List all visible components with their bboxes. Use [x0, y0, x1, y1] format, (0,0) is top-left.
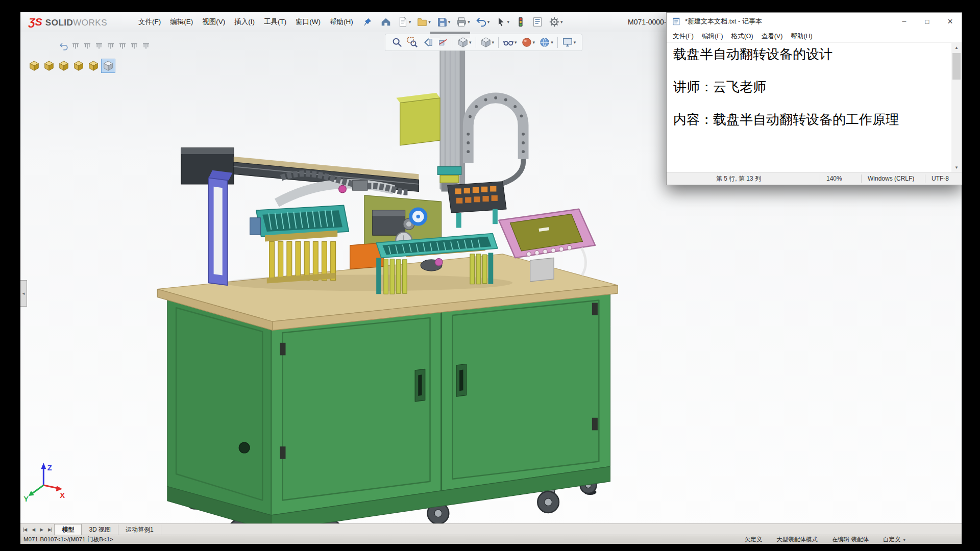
cursor-position: 第 5 行, 第 13 列	[667, 174, 820, 183]
scrollbar-thumb[interactable]	[952, 53, 961, 80]
status-customize[interactable]: 自定义▾	[883, 536, 905, 543]
triad-y-label: Y	[23, 495, 29, 503]
brand-solid: SOLID	[45, 18, 73, 28]
first-tab-button[interactable]: |◀	[20, 527, 29, 532]
rotate-component-icon[interactable]	[141, 42, 151, 51]
breadcrumb-cube-1-icon[interactable]	[28, 59, 41, 72]
notepad-menu-format[interactable]: 格式(O)	[727, 32, 757, 41]
view-orientation-icon[interactable]: ▾	[455, 37, 474, 48]
move-component-icon[interactable]	[130, 42, 139, 51]
display-style-icon[interactable]: ▾	[478, 37, 497, 48]
status-bar: M071-B0107<1>/(M071-门板B<1> 欠定义 大型装配体模式 在…	[20, 535, 962, 544]
selection-breadcrumbs	[28, 59, 115, 72]
tab-motion-study[interactable]: 运动算例1	[118, 524, 161, 535]
menu-view[interactable]: 视图(V)	[198, 12, 230, 32]
zoom-level: 140%	[820, 174, 861, 183]
brand-works: WORKS	[73, 18, 107, 28]
hide-show-items-icon[interactable]: ▾	[501, 37, 519, 48]
design-report-button[interactable]	[531, 15, 544, 29]
notepad-menu-view[interactable]: 查看(V)	[757, 32, 787, 41]
document-title: M071-0000-1	[628, 12, 670, 32]
close-button[interactable]: ×	[939, 13, 962, 30]
breadcrumb-cube-3-icon[interactable]	[57, 59, 70, 72]
apply-scene-icon[interactable]: ▾	[537, 37, 555, 48]
menu-insert[interactable]: 插入(I)	[230, 12, 259, 32]
notepad-line-4	[673, 95, 948, 111]
pin-menu-icon[interactable]	[363, 17, 372, 27]
zoom-to-area-icon[interactable]	[405, 37, 420, 48]
document-tabbar: |◀ ◀ ▶ ▶| 模型 3D 视图 运动算例1	[20, 523, 962, 535]
ds-logo-icon: ƷS	[29, 16, 42, 28]
notepad-line-1: 载盘半自动翻转设备的设计	[673, 46, 948, 62]
scroll-up-icon[interactable]: ▲	[951, 43, 962, 52]
notepad-title: *新建文本文档.txt - 记事本	[685, 17, 762, 26]
notepad-menu-help[interactable]: 帮助(H)	[787, 32, 816, 41]
tab-3d-views[interactable]: 3D 视图	[82, 524, 118, 535]
mate-icon[interactable]	[106, 42, 115, 51]
next-tab-button[interactable]: ▶	[37, 527, 45, 532]
save-button[interactable]: ▾	[435, 15, 452, 29]
menu-tools[interactable]: 工具(T)	[259, 12, 291, 32]
zoom-to-fit-icon[interactable]	[389, 37, 405, 48]
solidworks-logo: ƷS SOLIDWORKS	[29, 16, 134, 28]
undo-button[interactable]: ▾	[475, 15, 491, 29]
cable-hole	[239, 442, 250, 453]
new-document-button[interactable]: ▾	[396, 15, 412, 29]
notepad-menubar: 文件(F) 编辑(E) 格式(O) 查看(V) 帮助(H)	[667, 30, 962, 43]
section-view-icon[interactable]	[435, 37, 451, 48]
edit-appearance-icon[interactable]: ▾	[519, 37, 537, 48]
undo-tool-icon[interactable]	[59, 42, 68, 51]
breadcrumb-cube-4-icon[interactable]	[72, 59, 85, 72]
feature-tree-collapse-tab[interactable]: ◂	[20, 280, 27, 307]
breadcrumb-cube-6-icon[interactable]	[102, 59, 115, 72]
notepad-menu-edit[interactable]: 编辑(E)	[698, 32, 727, 41]
minimize-button[interactable]: ─	[893, 13, 916, 30]
triad-x-label: X	[60, 491, 65, 499]
print-button[interactable]: ▾	[455, 15, 471, 29]
line-ending: Windows (CRLF)	[861, 174, 925, 183]
notepad-menu-file[interactable]: 文件(F)	[669, 32, 698, 41]
view-settings-icon[interactable]: ▾	[560, 37, 578, 48]
cabinet-side-panel	[167, 298, 271, 515]
motor-box	[400, 98, 440, 145]
last-tab-button[interactable]: ▶|	[45, 527, 54, 532]
menu-file[interactable]: 文件(F)	[134, 12, 165, 32]
smart-dimension-icon[interactable]	[83, 42, 92, 51]
menu-help[interactable]: 帮助(H)	[325, 12, 358, 32]
right-door[interactable]	[453, 300, 599, 479]
heads-up-view-toolbar: ▾ ▾ ▾ ▾ ▾ ▾	[385, 34, 582, 51]
notepad-titlebar[interactable]: *新建文本文档.txt - 记事本 ─ □ ×	[667, 13, 962, 30]
insert-component-icon[interactable]	[118, 42, 127, 51]
home-button[interactable]	[379, 15, 393, 29]
status-editing-assembly: 在编辑 装配体	[832, 536, 869, 543]
maximize-button[interactable]: □	[916, 13, 939, 30]
cabinet	[167, 291, 610, 523]
triad-z-label: Z	[47, 464, 52, 472]
sketch-tool-icon[interactable]	[71, 42, 80, 51]
left-door[interactable]	[282, 318, 430, 500]
previous-view-icon[interactable]	[420, 37, 435, 48]
notepad-line-5: 内容：载盘半自动翻转设备的工作原理	[673, 111, 948, 128]
open-button[interactable]: ▾	[415, 15, 432, 29]
scroll-down-icon[interactable]: ▼	[951, 163, 962, 172]
status-selected-component: M071-B0107<1>/(M071-门板B<1>	[23, 536, 113, 543]
breadcrumb-cube-5-icon[interactable]	[87, 59, 100, 72]
select-button[interactable]: ▾	[494, 15, 510, 29]
prev-tab-button[interactable]: ◀	[29, 527, 37, 532]
assembly-quick-toolbar	[59, 42, 151, 51]
notepad-window: *新建文本文档.txt - 记事本 ─ □ × 文件(F) 编辑(E) 格式(O…	[666, 12, 962, 185]
notepad-statusbar: 第 5 行, 第 13 列 140% Windows (CRLF) UTF-8	[667, 172, 962, 185]
xpress-tools-button[interactable]	[514, 15, 527, 29]
notepad-line-3: 讲师：云飞老师	[673, 79, 948, 95]
menu-edit[interactable]: 编辑(E)	[165, 12, 198, 32]
notepad-text-area[interactable]: 载盘半自动翻转设备的设计 讲师：云飞老师 内容：载盘半自动翻转设备的工作原理 ▲…	[667, 43, 962, 172]
options-button[interactable]: ▾	[548, 15, 564, 29]
screen: ƷS SOLIDWORKS 文件(F) 编辑(E) 视图(V) 插入(I) 工具…	[0, 0, 980, 551]
notepad-scrollbar[interactable]: ▲ ▼	[951, 43, 962, 172]
status-under-defined: 欠定义	[745, 536, 763, 543]
breadcrumb-cube-2-icon[interactable]	[42, 59, 56, 72]
status-large-assembly-mode: 大型装配体模式	[776, 536, 818, 543]
measure-icon[interactable]	[94, 42, 104, 51]
menu-window[interactable]: 窗口(W)	[291, 12, 325, 32]
tab-model[interactable]: 模型	[54, 524, 82, 535]
